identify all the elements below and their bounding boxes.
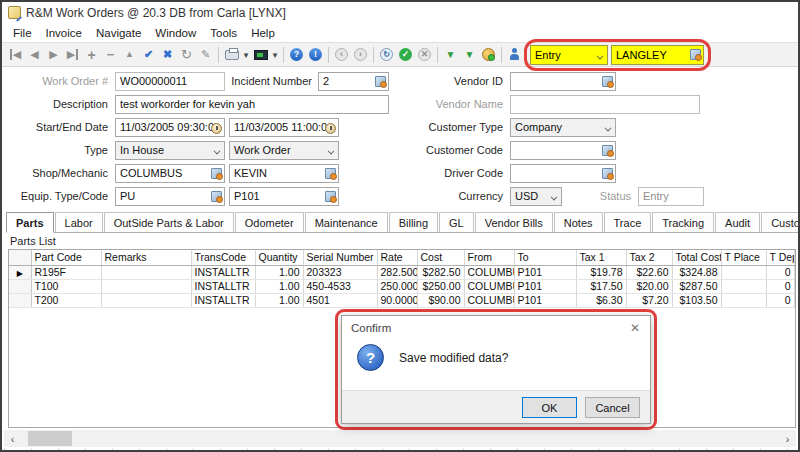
tab-maintenance[interactable]: Maintenance [305,212,388,232]
tab-audit[interactable]: Audit [715,212,760,232]
scroll-left-arrow[interactable]: ‹ [4,430,21,447]
permissions-button[interactable] [479,46,498,64]
col-t-place[interactable]: T Place [721,250,766,265]
col-to[interactable]: To [514,250,576,265]
col-rate[interactable]: Rate [377,250,417,265]
up-button[interactable]: ▲ [120,46,139,64]
tab-vendor-bills[interactable]: Vendor Bills [475,212,553,232]
toolbar-separator [283,47,284,63]
col-remarks[interactable]: Remarks [101,250,191,265]
ok-button[interactable]: OK [522,397,577,418]
user-button[interactable] [505,46,524,64]
save-button[interactable]: ✔ [139,46,158,64]
col-quantity[interactable]: Quantity [255,250,303,265]
currency-select[interactable]: USD [510,187,562,206]
edit-button[interactable]: ✎ [196,46,215,64]
menu-invoice[interactable]: Invoice [39,23,89,42]
lookup-icon[interactable] [375,76,386,87]
type-select-2[interactable]: Work Order [229,141,339,160]
import-button[interactable]: ▼ [441,46,460,64]
menu-file[interactable]: File [6,23,39,42]
driver-code-field[interactable] [510,164,616,183]
horizontal-scrollbar[interactable]: ‹ › [4,430,796,447]
col-serial-number[interactable]: Serial Number [303,250,377,265]
void-button[interactable]: ✕ [415,46,434,64]
prev-record-button[interactable]: ◀ [25,46,44,64]
scrollbar-thumb[interactable] [28,431,72,446]
user-lookup-field[interactable]: LANGLEY [611,45,704,65]
tab-gl[interactable]: GL [439,212,474,232]
print-button[interactable] [222,46,241,64]
col-tax2[interactable]: Tax 2 [626,250,672,265]
print-dropdown-button[interactable]: ▾ [241,46,251,64]
tab-outside-parts-labor[interactable]: OutSide Parts & Labor [104,212,234,232]
col-from[interactable]: From [464,250,514,265]
col-cost[interactable]: Cost [417,250,464,265]
refresh-button[interactable]: ↻ [177,46,196,64]
table-row[interactable]: ▶ R195FINSTALLTR 1.00203323 282.5000$282… [9,265,794,279]
tab-trace[interactable]: Trace [604,212,652,232]
first-record-button[interactable]: ◀ [6,46,25,64]
description-field[interactable]: test workorder for kevin yah [115,95,389,114]
equip-type-field[interactable]: PU [115,187,225,206]
add-record-button[interactable]: + [82,46,101,64]
last-record-button[interactable]: ▶ [63,46,82,64]
mode-select[interactable]: Entry [530,45,608,65]
shop-field[interactable]: COLUMBUS [115,164,225,183]
start-date-field[interactable]: 11/03/2005 09:30:0 [115,118,225,137]
col-transcode[interactable]: TransCode [191,250,255,265]
tab-tracking[interactable]: Tracking [652,212,714,232]
tab-odometer[interactable]: Odometer [235,212,304,232]
next-record-button[interactable]: ▶ [44,46,63,64]
table-row[interactable]: T100INSTALLTR 1.00450-4533 250.0000$250.… [9,279,794,293]
lookup-icon[interactable] [602,168,613,179]
mechanic-field[interactable]: KEVIN [229,164,339,183]
lookup-icon[interactable] [211,168,222,179]
lookup-icon[interactable] [211,191,222,202]
lookup-icon[interactable] [602,145,613,156]
sync-button[interactable]: ↻ [377,46,396,64]
customer-type-select[interactable]: Company [510,118,616,137]
vendor-id-field[interactable] [510,72,616,91]
cancel-button[interactable]: Cancel [585,397,640,418]
preview-dropdown-button[interactable]: ▾ [270,46,280,64]
menu-navigate[interactable]: Navigate [89,23,148,42]
clock-icon[interactable] [211,123,222,134]
chevron-down-icon [551,194,558,201]
menu-tools[interactable]: Tools [203,23,244,42]
back-button[interactable]: ‹ [332,46,351,64]
lookup-icon[interactable] [602,76,613,87]
col-part-code[interactable]: Part Code [31,250,101,265]
table-row[interactable]: T200INSTALLTR 1.004501 90.0000$90.00 COL… [9,293,794,307]
tab-custom-defs[interactable]: Custom Def's [761,212,800,232]
equip-code-field[interactable]: P101 [229,187,339,206]
menu-window[interactable]: Window [148,23,203,42]
help-button[interactable]: ? [287,46,306,64]
dialog-close-button[interactable]: ✕ [620,316,650,340]
info-button[interactable]: ! [306,46,325,64]
end-date-field[interactable]: 11/03/2005 11:00:0 [229,118,339,137]
scroll-right-arrow[interactable]: › [779,430,796,447]
approve-button[interactable]: ✓ [396,46,415,64]
cancel-edit-button[interactable]: ✖ [158,46,177,64]
type-select-1[interactable]: In House [115,141,225,160]
tab-billing[interactable]: Billing [389,212,438,232]
lookup-icon[interactable] [690,49,701,60]
export-button[interactable]: ▼ [460,46,479,64]
tab-bar: Parts Labor OutSide Parts & Labor Odomet… [6,212,798,233]
tab-labor[interactable]: Labor [55,212,103,232]
tab-parts[interactable]: Parts [6,212,54,233]
lookup-icon[interactable] [325,191,336,202]
forward-button[interactable]: › [351,46,370,64]
lookup-icon[interactable] [325,168,336,179]
tab-notes[interactable]: Notes [554,212,603,232]
customer-code-field[interactable] [510,141,616,160]
preview-button[interactable] [251,46,270,64]
delete-record-button[interactable]: − [101,46,120,64]
menu-help[interactable]: Help [244,23,282,42]
col-tax1[interactable]: Tax 1 [576,250,626,265]
col-t-depth[interactable]: T Depth [766,250,794,265]
incident-number-field[interactable]: 2 [318,72,389,91]
col-total-cost[interactable]: Total Cost [672,250,721,265]
clock-icon[interactable] [325,123,336,134]
